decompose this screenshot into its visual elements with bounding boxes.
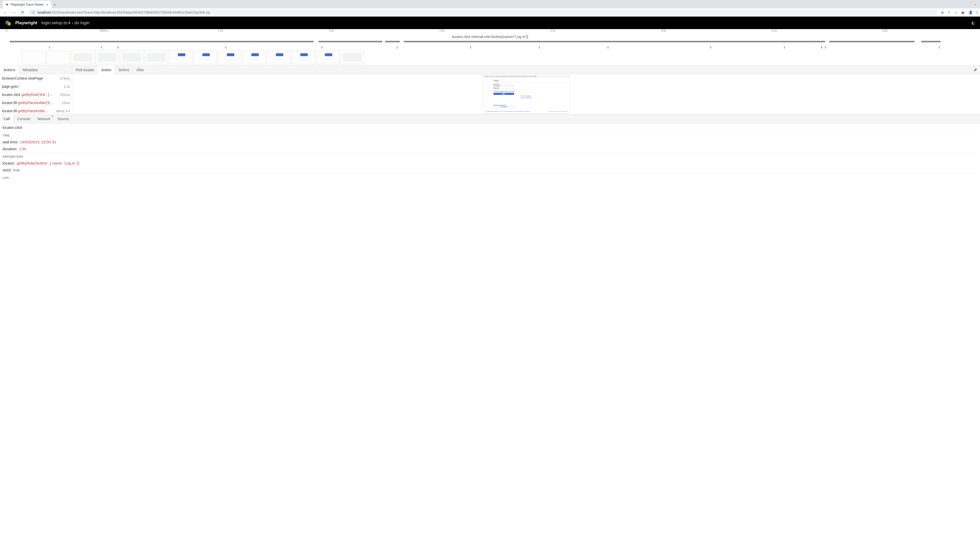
left-tabs: Actions Metadata (0, 65, 72, 74)
wall-time-row: wall time: 14/03/2023, 15:50:31 (3, 138, 977, 145)
back-button[interactable]: ← (3, 10, 8, 15)
thumb[interactable] (193, 51, 217, 64)
time-ruler: 0 500ms 1.0s 1.5s 2.0s 2.5s 3.0s 3.5s 4.… (0, 29, 980, 34)
browser-tab[interactable]: Playwright Trace Viewer × (3, 1, 51, 8)
forgot-link[interactable]: Forgot your password? (493, 97, 559, 98)
marker (825, 46, 826, 48)
profile-avatar[interactable]: 👤 (968, 10, 973, 15)
password-input[interactable] (493, 89, 514, 91)
wall-time-value: 14/03/2023, 15:50:31 (20, 140, 56, 144)
new-tab-button[interactable]: + (51, 1, 59, 8)
left-panel: Actions Metadata browserContext.newPage … (0, 65, 72, 114)
time-tick: 3.0s (661, 29, 666, 32)
marker (784, 46, 785, 48)
marker (49, 46, 50, 48)
marker (321, 46, 322, 48)
tab-after[interactable]: After (133, 65, 148, 74)
tab-metadata[interactable]: Metadata (19, 65, 41, 74)
pointer-icon: ⬉ (503, 93, 504, 95)
tab-call[interactable]: Call (0, 114, 14, 123)
thumb[interactable] (145, 51, 168, 64)
tab-actions[interactable]: Actions (0, 65, 19, 74)
thumb[interactable] (316, 51, 339, 64)
zoom-icon[interactable]: ⊕ (941, 11, 944, 14)
tabs-chevron-icon[interactable]: ⌄ (974, 2, 977, 6)
timeline-segment (921, 41, 941, 42)
tab-source[interactable]: Source (54, 114, 73, 123)
url-text: localhost:9323/trace/index.html?trace=ht… (38, 11, 210, 14)
theme-toggle-icon[interactable]: ◐ (971, 20, 975, 26)
duration-row: duration: 1.9s (3, 145, 977, 152)
thumb[interactable] (22, 51, 45, 64)
keep-logged-checkbox[interactable]: Keep me logged in (for up to one year) (493, 91, 559, 92)
marker (939, 46, 940, 48)
timeline[interactable]: 0 500ms 1.0s 1.5s 2.0s 2.5s 3.0s 3.5s 4.… (0, 29, 980, 65)
marker (101, 46, 102, 48)
time-tick: 4.0s (882, 29, 888, 32)
action-row[interactable]: page.goto /1.2s (0, 83, 72, 91)
thumb[interactable] (340, 51, 364, 64)
thumb[interactable] (46, 51, 70, 64)
section-time: TIME (3, 132, 977, 138)
join-button[interactable]: Join Wikipedia (493, 106, 514, 108)
thumb[interactable] (71, 51, 94, 64)
time-tick: 3.5s (772, 29, 777, 32)
tab-network[interactable]: Network 6 (34, 114, 54, 123)
popout-icon[interactable]: ⬈ (970, 65, 980, 74)
section-log: LOG (3, 174, 977, 181)
action-row[interactable]: locator.fill getByPlaceholder('E…15ms (0, 99, 72, 107)
duration-value: 1.9s (19, 147, 26, 151)
thumb[interactable] (242, 51, 266, 64)
panels-icon[interactable]: ▣ (961, 11, 964, 14)
username-input[interactable]: TestingLogin (493, 85, 514, 87)
time-tick: 1.5s (329, 29, 334, 32)
thumb[interactable] (95, 51, 119, 64)
bottom-tabs: Call Console Network 6 Source (0, 114, 980, 123)
section-parameters: PARAMETERS (3, 153, 977, 160)
bookmark-icon[interactable]: ☆ (954, 11, 958, 14)
forward-button[interactable]: → (11, 10, 16, 15)
timeline-segment (10, 41, 313, 42)
timeline-hover-label: locator.click internal:role=button[name=… (0, 34, 980, 40)
playwright-favicon (5, 3, 9, 6)
browser-tab-strip: Playwright Trace Viewer × + ⌄ (0, 0, 980, 8)
thumb[interactable] (218, 51, 242, 64)
site-info-icon[interactable]: ⓘ (32, 10, 35, 15)
menu-icon[interactable] (977, 11, 977, 14)
tab-console[interactable]: Console (14, 114, 34, 123)
thumb[interactable] (120, 51, 143, 64)
share-icon[interactable]: ⇪ (948, 11, 951, 14)
thumb[interactable] (291, 51, 315, 64)
login-button[interactable]: Log in⬉ (493, 93, 514, 95)
tab-title: Playwright Trace Viewer (11, 3, 44, 6)
thumb[interactable] (169, 51, 192, 64)
marker (539, 46, 540, 48)
tab-action[interactable]: Action (98, 65, 115, 74)
thumb[interactable] (267, 51, 290, 64)
url-box[interactable]: ⓘ localhost:9323/trace/index.html?trace=… (29, 10, 937, 16)
tab-before[interactable]: Before (115, 65, 133, 74)
time-tick: 2.5s (550, 29, 555, 32)
browser-toolbar-right: ⊕ ⇪ ☆ ▣ 👤 (941, 10, 977, 15)
action-row[interactable]: locator.fill getByPlaceholde…68ms⚠1 (0, 107, 72, 114)
call-detail: locator.click TIME wall time: 14/03/2023… (0, 123, 980, 183)
login-heading: Log in (493, 79, 559, 82)
reload-button[interactable]: ⟳ (20, 10, 25, 15)
tab-pick-locator[interactable]: Pick locator (72, 65, 98, 74)
action-row[interactable]: locator.click getByRole('link', {…301ms (0, 91, 72, 99)
action-row[interactable]: browserContext.newPage 179ms (0, 74, 72, 83)
preview-url: https://en.wikipedia.org/w/index.php?tit… (490, 76, 568, 77)
network-count-badge: 6 (52, 115, 53, 118)
preview-chrome: https://en.wikipedia.org/w/index.php?tit… (484, 75, 569, 78)
time-tick: 0 (6, 29, 7, 32)
no-account-label: Don't have an account? (493, 105, 559, 106)
timeline-bars (0, 40, 980, 46)
timeline-segment (318, 41, 382, 42)
time-tick: 2.0s (439, 29, 445, 32)
time-tick: 1.0s (218, 29, 223, 32)
preview-footer: Privacy policy About Wikipedia Disclaime… (484, 110, 568, 113)
strict-row: strict: true (3, 167, 977, 173)
close-icon[interactable]: × (46, 3, 49, 6)
help-link[interactable]: Help with logging in (493, 95, 559, 97)
preview-body: Log in Username TestingLogin Password Ke… (484, 78, 569, 114)
